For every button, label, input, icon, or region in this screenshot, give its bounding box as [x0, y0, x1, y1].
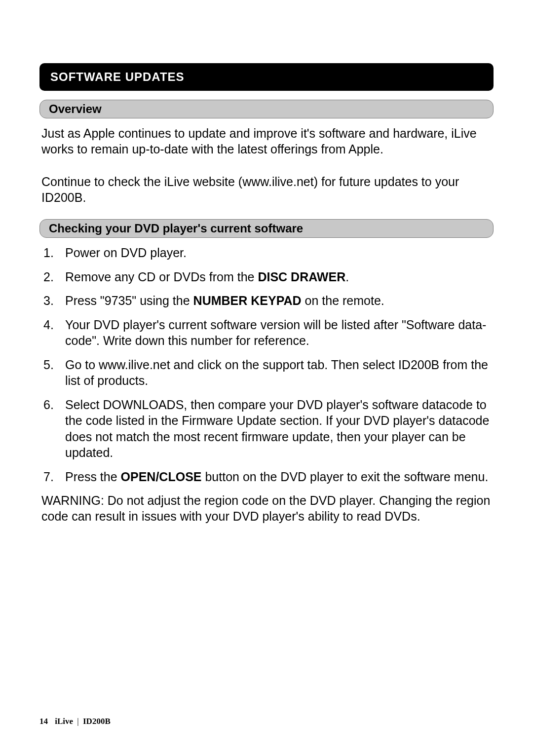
step-1-text: Power on DVD player.	[65, 246, 187, 260]
warning-paragraph: WARNING: Do not adjust the region code o…	[39, 492, 494, 524]
step-7-bold: OPEN/CLOSE	[121, 470, 202, 484]
step-4: Your DVD player's current software versi…	[41, 317, 492, 349]
step-6-text: Select DOWNLOADS, then compare your DVD …	[65, 398, 489, 460]
step-2-text-a: Remove any CD or DVDs from the	[65, 270, 258, 284]
section-title-text: SOFTWARE UPDATES	[50, 70, 185, 83]
footer-brand: iLive	[55, 717, 73, 726]
overview-header: Overview	[39, 100, 494, 118]
step-1: Power on DVD player.	[41, 245, 492, 261]
checking-header-text: Checking your DVD player's current softw…	[49, 222, 303, 235]
footer-separator: |	[77, 717, 78, 726]
overview-paragraph-1: Just as Apple continues to update and im…	[39, 125, 494, 157]
overview-header-text: Overview	[49, 102, 102, 115]
step-2-text-c: .	[345, 270, 349, 284]
page-footer: 14 iLive | ID200B	[39, 717, 111, 726]
step-4-text: Your DVD player's current software versi…	[65, 318, 486, 348]
step-3: Press "9735" using the NUMBER KEYPAD on …	[41, 293, 492, 309]
checking-header: Checking your DVD player's current softw…	[39, 219, 494, 238]
step-3-text-c: on the remote.	[302, 294, 384, 307]
step-6: Select DOWNLOADS, then compare your DVD …	[41, 397, 492, 461]
step-2-bold: DISC DRAWER	[258, 270, 345, 284]
step-7-text-c: button on the DVD player to exit the sof…	[201, 470, 488, 484]
step-5: Go to www.ilive.net and click on the sup…	[41, 357, 492, 389]
step-3-text-a: Press "9735" using the	[65, 294, 193, 307]
section-title-bar: SOFTWARE UPDATES	[39, 63, 494, 91]
step-3-bold: NUMBER KEYPAD	[193, 294, 302, 307]
footer-model: ID200B	[83, 717, 111, 726]
step-7-text-a: Press the	[65, 470, 121, 484]
page-number: 14	[39, 717, 48, 726]
steps-list: Power on DVD player. Remove any CD or DV…	[39, 245, 494, 485]
step-5-text: Go to www.ilive.net and click on the sup…	[65, 358, 488, 388]
step-2: Remove any CD or DVDs from the DISC DRAW…	[41, 269, 492, 285]
step-7: Press the OPEN/CLOSE button on the DVD p…	[41, 469, 492, 485]
overview-paragraph-2: Continue to check the iLive website (www…	[39, 174, 494, 205]
